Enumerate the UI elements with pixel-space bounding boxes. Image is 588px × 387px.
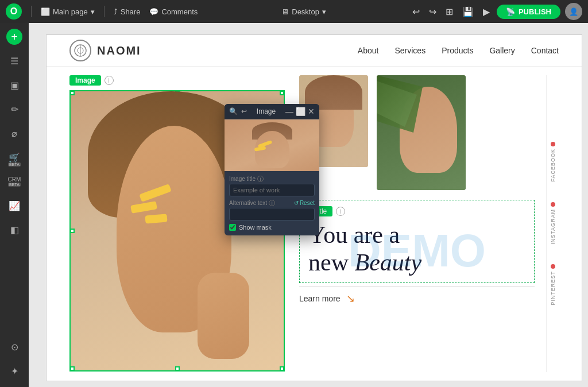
alt-text-input[interactable]: Our new make up xyxy=(229,208,315,220)
headline-italic: Beauty xyxy=(354,249,421,276)
design-icon: ▣ xyxy=(10,80,19,91)
sidebar-item-pages[interactable]: ☰ xyxy=(4,51,25,71)
share-button[interactable]: ⤴ Share xyxy=(114,7,141,16)
alt-text-info[interactable]: i xyxy=(269,200,275,206)
social-instagram[interactable]: INSTAGRAM xyxy=(550,202,556,245)
sidebar-item-store[interactable]: 🛒 BETA xyxy=(4,147,25,168)
title-info-icon[interactable]: i xyxy=(336,207,345,216)
show-mask-label: Show mask xyxy=(239,224,272,231)
pinterest-label: PINTEREST xyxy=(550,271,556,305)
small-image-2 xyxy=(377,75,466,190)
sidebar-item-edit[interactable]: ✏ xyxy=(4,99,25,119)
facebook-label: FACEBOOK xyxy=(550,149,556,182)
resize-handle-tr[interactable] xyxy=(280,91,284,95)
social-pinterest[interactable]: PINTEREST xyxy=(550,264,556,305)
title-section[interactable]: Title i You are a new Beauty xyxy=(299,200,535,283)
comments-button[interactable]: 💬 Comments xyxy=(149,7,198,16)
crm-beta-badge: BETA xyxy=(8,183,21,187)
image-title-label: Image title i xyxy=(229,176,315,182)
show-mask-checkbox[interactable] xyxy=(229,224,236,231)
site-nav-links: About Services Products Gallery Contact xyxy=(358,46,559,55)
nav-about[interactable]: About xyxy=(358,46,379,55)
nav-gallery[interactable]: Gallery xyxy=(489,46,514,55)
learn-more-row: Learn more ↘ xyxy=(299,286,535,305)
redo-button[interactable]: ↪ xyxy=(427,5,439,18)
save-button[interactable]: 💾 xyxy=(460,5,476,18)
edit-icon: ✏ xyxy=(11,104,18,115)
facebook-dot xyxy=(551,142,555,146)
popup-header-icons: 🔍 ↩ xyxy=(229,107,247,115)
beta-badge: BETA xyxy=(8,162,21,167)
hand-shape xyxy=(198,273,249,359)
site-right-section: DEMO Title i You are a new Beauty xyxy=(299,75,535,372)
avatar[interactable]: 👤 xyxy=(565,3,582,20)
popup-undo-icon[interactable]: ↩ xyxy=(241,107,247,115)
topbar: O ⬜ Main page ▾ ⤴ Share 💬 Comments 🖥 Des… xyxy=(0,0,588,23)
image-title-input[interactable]: Example of work xyxy=(229,184,315,196)
sidebar-item-analytics[interactable]: 📈 xyxy=(4,195,25,216)
popup-maximize-button[interactable]: ⬜ xyxy=(296,107,305,116)
popup-title: Image xyxy=(257,107,276,115)
app-logo[interactable]: O xyxy=(6,3,22,20)
logo-icon xyxy=(69,40,91,61)
canvas-area: NAOMI About Services Products Gallery Co… xyxy=(29,23,588,387)
site-navigation: NAOMI About Services Products Gallery Co… xyxy=(47,35,582,67)
resize-handle-tl[interactable] xyxy=(70,91,75,95)
undo-button[interactable]: ↩ xyxy=(410,5,422,18)
resize-handle-br[interactable] xyxy=(280,366,284,371)
comment-icon: 💬 xyxy=(149,7,158,16)
popup-close-button[interactable]: ✕ xyxy=(308,107,315,116)
resize-handle-bm[interactable] xyxy=(175,366,180,371)
analytics-icon: 📈 xyxy=(9,200,20,211)
layers-icon: ◧ xyxy=(10,225,19,235)
add-element-button[interactable]: + xyxy=(6,29,22,45)
sidebar-item-design[interactable]: ▣ xyxy=(4,75,25,95)
publish-button[interactable]: 📡 PUBLISH xyxy=(497,5,560,19)
popup-body: Image title i Example of work Alternativ… xyxy=(225,171,319,235)
popup-minimize-button[interactable]: — xyxy=(285,107,293,116)
settings-icon: ✦ xyxy=(11,366,18,377)
arrange-button[interactable]: ⊞ xyxy=(443,5,455,18)
popup-search-icon[interactable]: 🔍 xyxy=(229,107,238,115)
popup-thumbnail xyxy=(225,119,319,171)
popup-header: 🔍 ↩ Image — ⬜ ✕ xyxy=(225,104,319,119)
popup-thumb-inner xyxy=(225,119,319,171)
popup-window-controls: — ⬜ ✕ xyxy=(285,107,315,116)
image-info-icon[interactable]: i xyxy=(105,76,114,85)
topbar-divider-2 xyxy=(104,6,105,17)
main-page-menu[interactable]: ⬜ Main page ▾ xyxy=(41,7,95,16)
preview-button[interactable]: ▶ xyxy=(481,5,492,18)
desktop-icon: 🖥 xyxy=(281,7,289,16)
sidebar-item-help[interactable]: ⊙ xyxy=(4,336,25,357)
reset-button[interactable]: ↺ Reset xyxy=(294,200,315,206)
headline-line2: new Beauty xyxy=(308,249,525,276)
image-label-bar: Image i xyxy=(69,75,288,86)
topbar-center: 🖥 Desktop ▾ xyxy=(207,7,401,16)
resize-handle-ml[interactable] xyxy=(70,229,75,233)
nav-products[interactable]: Products xyxy=(442,46,473,55)
image-title-info[interactable]: i xyxy=(257,176,264,182)
sidebar-item-crm[interactable]: CRM BETA xyxy=(4,171,25,192)
publish-icon: 📡 xyxy=(506,7,515,16)
site-logo: NAOMI xyxy=(69,40,141,61)
small-img-bg-2 xyxy=(377,75,466,190)
sidebar-item-tools[interactable]: ⌀ xyxy=(4,123,25,144)
main-area: + ☰ ▣ ✏ ⌀ 🛒 BETA CRM BETA 📈 ◧ ⊙ xyxy=(0,23,588,387)
learn-more-link[interactable]: Learn more xyxy=(299,294,341,303)
sidebar-item-settings[interactable]: ✦ xyxy=(4,361,25,381)
sidebar-item-layers[interactable]: ◧ xyxy=(4,219,25,240)
resize-handle-bl[interactable] xyxy=(70,366,75,371)
headline-normal: new xyxy=(308,249,354,276)
tools-icon: ⌀ xyxy=(11,128,17,139)
nav-services[interactable]: Services xyxy=(394,46,425,55)
headline: You are a new Beauty xyxy=(308,221,525,277)
topbar-divider xyxy=(31,6,32,17)
nav-contact[interactable]: Contact xyxy=(531,46,559,55)
topbar-right: ↩ ↪ ⊞ 💾 ▶ 📡 PUBLISH 👤 xyxy=(410,3,582,20)
alt-text-row: Alternative text i ↺ Reset xyxy=(229,200,315,206)
reset-icon: ↺ xyxy=(294,200,299,206)
content-with-watermark: DEMO Title i You are a new Beauty xyxy=(299,197,535,305)
pinterest-dot xyxy=(551,264,555,269)
desktop-menu[interactable]: 🖥 Desktop ▾ xyxy=(281,7,326,16)
social-facebook[interactable]: FACEBOOK xyxy=(550,142,556,182)
